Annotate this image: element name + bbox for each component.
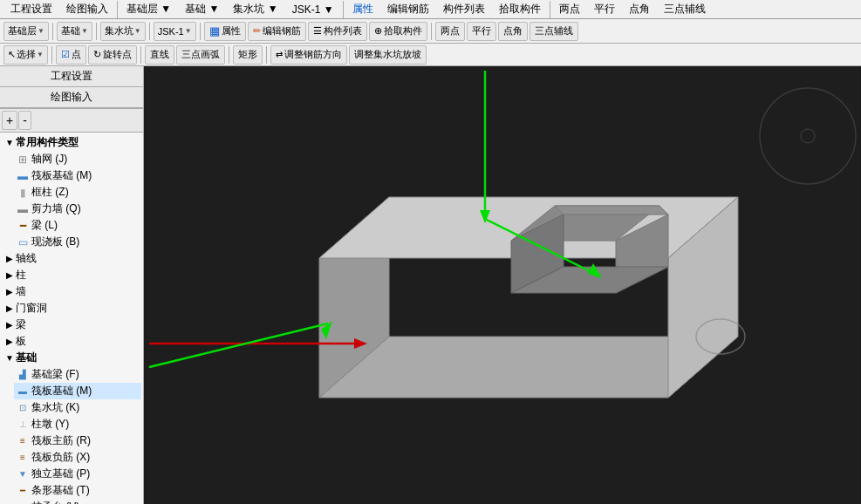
menu-project-settings[interactable]: 工程设置 [3, 0, 59, 18]
sidebar-add-button[interactable]: + [2, 111, 17, 130]
sump-label: 集水坑 [105, 24, 133, 37]
menu-point-angle[interactable]: 点角 [622, 0, 657, 18]
menu-base[interactable]: 基础 ▼ [178, 0, 226, 18]
parallel-button[interactable]: 平行 [467, 22, 496, 41]
menu-two-points[interactable]: 两点 [552, 0, 587, 18]
main-area: 工程设置 绘图输入 + - ▼ 常用构件类型 ⊞ 轴网 (J) ▬ 筏板基础 (… [0, 66, 861, 504]
label-foundation-beam: 基础梁 (F) [31, 367, 79, 382]
toggle-beam-group: ▶ [3, 320, 16, 330]
top-menu-bar: 工程设置 绘图输入 基础层 ▼ 基础 ▼ 集水坑 ▼ JSK-1 ▼ 属性 编辑… [0, 0, 861, 19]
tb2-sep4 [266, 46, 267, 64]
menu-edit-rebar[interactable]: 编辑钢筋 [380, 0, 436, 18]
point-angle-button[interactable]: 点角 [498, 22, 528, 41]
label-raft-found: 筏板基础 (M) [31, 384, 92, 398]
sidebar-tab-project-settings[interactable]: 工程设置 [0, 66, 143, 87]
tree-item-neg-rebar[interactable]: ≡ 筏板负筋 (X) [14, 449, 141, 466]
menu-base-layer[interactable]: 基础层 ▼ [120, 0, 178, 18]
tree-item-foundation-group[interactable]: ▼ 基础 [2, 350, 141, 366]
menu-pick-component[interactable]: 拾取构件 [492, 0, 548, 18]
point-tool[interactable]: ☑ 点 [56, 45, 86, 65]
menu-sep-1 [117, 1, 118, 18]
sidebar: 工程设置 绘图输入 + - ▼ 常用构件类型 ⊞ 轴网 (J) ▬ 筏板基础 (… [0, 66, 144, 504]
point-label: 点 [72, 48, 81, 61]
rotate-point-tool[interactable]: ↻ 旋转点 [88, 45, 137, 65]
sidebar-remove-button[interactable]: - [18, 111, 31, 130]
tree-item-isolated-found[interactable]: ▼ 独立基础 (P) [14, 466, 141, 482]
svg-marker-11 [555, 206, 668, 215]
layer-selector[interactable]: 基础层 ▼ [3, 22, 49, 41]
menu-property[interactable]: 属性 [345, 0, 380, 18]
label-column-group: 柱 [16, 268, 26, 283]
pick-component-button[interactable]: ⊕ 拾取构件 [369, 22, 427, 41]
line-label: 直线 [150, 48, 169, 61]
property-icon: ▦ [209, 24, 220, 37]
viewport[interactable] [144, 66, 861, 504]
rectangle-tool[interactable]: 矩形 [233, 45, 263, 65]
edit-rebar-button[interactable]: ✏ 编辑钢筋 [248, 22, 306, 41]
tree-item-frame-column[interactable]: ▮ 框柱 (Z) [14, 184, 141, 201]
tree-item-wall-group[interactable]: ▶ 墙 [2, 283, 141, 300]
tree-item-strip-found[interactable]: ━ 条形基础 (T) [14, 482, 141, 499]
adjust-rebar-icon: ⇄ [276, 50, 283, 59]
three-point-arc-tool[interactable]: 三点画弧 [176, 45, 225, 65]
tree-item-axis-group[interactable]: ▶ 轴线 [2, 250, 141, 267]
toolbar-row-1: 基础层 ▼ 基础 ▼ 集水坑 ▼ JSK-1 ▼ ▦ 属性 ✏ 编辑钢筋 ☰ 构… [0, 19, 861, 44]
component-list-button[interactable]: ☰ 构件列表 [308, 22, 367, 41]
three-point-aux-button[interactable]: 三点辅线 [530, 22, 578, 41]
tree-item-door-window-group[interactable]: ▶ 门窗洞 [2, 300, 141, 317]
base-label: 基础 [61, 24, 80, 37]
sump-arrow: ▼ [134, 27, 141, 35]
tree-item-axis[interactable]: ⊞ 轴网 (J) [14, 151, 141, 167]
toolbar-row-2: ↖ 选择 ▼ ☑ 点 ↻ 旋转点 直线 三点画弧 矩形 ⇄ 调整钢筋方向 调整集… [0, 44, 861, 66]
tree-item-foundation-beam[interactable]: ▟ 基础梁 (F) [14, 366, 141, 383]
label-main-rebar: 筏板主筋 (R) [31, 433, 91, 448]
tree-item-raft-common[interactable]: ▬ 筏板基础 (M) [14, 167, 141, 184]
component-list-label: 构件列表 [324, 24, 362, 37]
sump-selector[interactable]: 集水坑 ▼ [100, 22, 146, 41]
adjust-rebar-dir-button[interactable]: ⇄ 调整钢筋方向 [270, 45, 347, 65]
select-icon: ↖ [8, 49, 16, 60]
label-beam-group: 梁 [16, 317, 26, 332]
two-points-button[interactable]: 两点 [435, 22, 465, 41]
adjust-rebar-dir-label: 调整钢筋方向 [284, 48, 342, 61]
tree-item-main-rebar[interactable]: ≡ 筏板主筋 (R) [14, 432, 141, 449]
base-arrow: ▼ [81, 27, 88, 35]
base-selector[interactable]: 基础 ▼ [57, 22, 92, 41]
menu-sump[interactable]: 集水坑 ▼ [226, 0, 284, 18]
toggle-wall-group: ▶ [3, 287, 16, 296]
label-pile-cap: 桩承台 (V) [31, 500, 79, 504]
tree-item-pier[interactable]: ⊥ 柱墩 (Y) [14, 416, 141, 432]
menu-three-point-aux[interactable]: 三点辅线 [657, 0, 713, 18]
menu-drawing-input[interactable]: 绘图输入 [59, 0, 115, 18]
tb2-sep1 [51, 46, 52, 64]
tree-item-shear-wall[interactable]: ▬ 剪力墙 (Q) [14, 201, 141, 217]
label-isolated-found: 独立基础 (P) [31, 467, 90, 481]
sidebar-tab-drawing-input[interactable]: 绘图输入 [0, 87, 143, 108]
select-tool[interactable]: ↖ 选择 ▼ [3, 45, 48, 65]
tree-item-slab-group[interactable]: ▶ 板 [2, 333, 141, 350]
tree-item-sump-pit[interactable]: ⊡ 集水坑 (K) [14, 399, 141, 416]
tb1-sep3 [149, 23, 150, 40]
tree-item-beam-group[interactable]: ▶ 梁 [2, 317, 141, 333]
tree-item-beam[interactable]: ━ 梁 (L) [14, 217, 141, 234]
rotate-point-label: 旋转点 [103, 48, 132, 61]
menu-parallel[interactable]: 平行 [587, 0, 622, 18]
3d-model-svg [144, 66, 861, 504]
tree-item-common-types[interactable]: ▼ 常用构件类型 [2, 134, 141, 151]
tree-item-column-group[interactable]: ▶ 柱 [2, 267, 141, 283]
tree-item-pile-cap[interactable]: ⊠ 桩承台 (V) [14, 499, 141, 504]
tree-item-raft-found[interactable]: ▬ 筏板基础 (M) [14, 383, 141, 399]
edit-rebar-label: 编辑钢筋 [263, 24, 301, 37]
menu-jsk1[interactable]: JSK-1 ▼ [285, 2, 341, 17]
toggle-column-group: ▶ [3, 270, 16, 280]
jsk-selector[interactable]: JSK-1 ▼ [154, 22, 196, 41]
tb1-sep4 [200, 23, 201, 40]
property-button[interactable]: ▦ 属性 [204, 22, 246, 41]
sidebar-header: 工程设置 绘图输入 [0, 66, 143, 109]
tree-item-cast-slab[interactable]: ▭ 现浇板 (B) [14, 234, 141, 250]
point-angle-label: 点角 [503, 24, 523, 37]
toggle-foundation-group: ▼ [3, 353, 16, 363]
adjust-sump-slope-button[interactable]: 调整集水坑放坡 [349, 45, 427, 65]
menu-component-list[interactable]: 构件列表 [436, 0, 492, 18]
line-tool[interactable]: 直线 [145, 45, 174, 65]
